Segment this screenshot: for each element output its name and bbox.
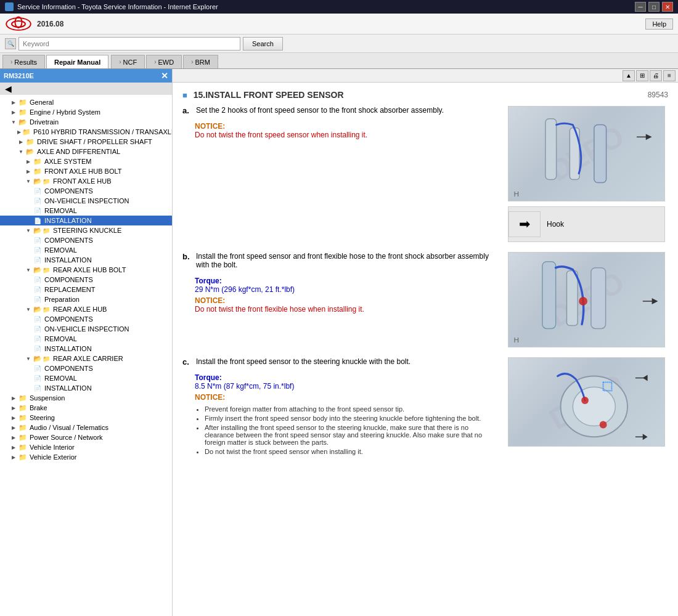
panel-btn-option[interactable]: ≡: [663, 70, 676, 81]
bullet-item: After installing the front speed sensor …: [205, 424, 498, 446]
left-panel-close-button[interactable]: ✕: [161, 71, 168, 81]
tree-toggle-p610[interactable]: ▶: [17, 128, 21, 136]
tree-toggle-axle-system[interactable]: ▶: [25, 158, 32, 165]
tree-toggle-axle-diff[interactable]: ▼: [17, 148, 25, 155]
tree-toggle-brake[interactable]: ▶: [10, 404, 17, 411]
doc-icon: 📄: [33, 236, 42, 245]
tree-toggle-rear-axle-hub-bolt[interactable]: ▼: [25, 266, 32, 274]
tree-item-suspension[interactable]: ▶📁Suspension: [0, 393, 172, 403]
tree-item-rah-components[interactable]: 📄COMPONENTS: [0, 314, 172, 324]
tree-item-general[interactable]: ▶📁General: [0, 97, 172, 107]
tree-item-fah-removal[interactable]: 📄REMOVAL: [0, 206, 172, 216]
tree-item-fah-components[interactable]: 📄COMPONENTS: [0, 186, 172, 196]
tree-item-rahb-components[interactable]: 📄COMPONENTS: [0, 275, 172, 285]
tree-item-power-source[interactable]: ▶📁Power Source / Network: [0, 432, 172, 442]
step-c-images: DEPO: [508, 357, 668, 458]
tree-item-front-axle-hub-bolt[interactable]: ▶📁FRONT AXLE HUB BOLT: [0, 166, 172, 176]
doc-icon: 📄: [33, 374, 42, 383]
step-b-content: b. Install the front speed sensor and fr…: [182, 252, 498, 347]
step-a-notice: NOTICE: Do not twist the front speed sen…: [182, 122, 498, 139]
tree-item-axle-diff[interactable]: ▼📂AXLE AND DIFFERENTIAL: [0, 147, 172, 156]
tree-toggle-vehicle-exterior[interactable]: ▶: [10, 453, 17, 461]
tree-item-axle-system[interactable]: ▶📁AXLE SYSTEM: [0, 156, 172, 166]
tab-brm[interactable]: › BRM: [183, 55, 218, 68]
tree-toggle-engine[interactable]: ▶: [10, 108, 17, 116]
tree-item-audio-visual[interactable]: ▶📁Audio / Visual / Telematics: [0, 423, 172, 432]
tree-item-driveshaft[interactable]: ▶📁DRIVE SHAFT / PROPELLER SHAFT: [0, 137, 172, 147]
tree-item-engine[interactable]: ▶📁Engine / Hybrid System: [0, 107, 172, 117]
tree-toggle-audio-visual[interactable]: ▶: [10, 424, 17, 431]
folder-inner-icon-rear-axle-hub: 📁: [42, 305, 51, 314]
tree-item-front-axle-hub[interactable]: ▼📂📁FRONT AXLE HUB: [0, 176, 172, 186]
tree-item-vehicle-exterior[interactable]: ▶📁Vehicle Exterior: [0, 452, 172, 462]
tree-item-rah-inspection[interactable]: 📄ON-VEHICLE INSPECTION: [0, 324, 172, 334]
tree-item-rear-axle-hub[interactable]: ▼📂📁REAR AXLE HUB: [0, 304, 172, 314]
tree-item-sk-components[interactable]: 📄COMPONENTS: [0, 235, 172, 245]
bullet-item: Firmly insert the front speed sensor bod…: [205, 415, 498, 422]
brm-arrow: ›: [191, 59, 193, 65]
tree-toggle-drivetrain[interactable]: ▼: [10, 118, 17, 126]
nav-back-arrow[interactable]: ◀: [2, 84, 14, 94]
restore-button[interactable]: □: [648, 2, 660, 12]
tree-item-sk-installation[interactable]: 📄INSTALLATION: [0, 255, 172, 265]
left-panel-nav: ◀: [0, 83, 172, 95]
tree-item-rah-removal[interactable]: 📄REMOVAL: [0, 334, 172, 344]
step-c-torque: Torque: 8.5 N*m (87 kgf*cm, 75 in.*lbf): [182, 373, 498, 391]
tree-item-fah-inspection[interactable]: 📄ON-VEHICLE INSPECTION: [0, 196, 172, 206]
search-bar: 🔍 Search: [0, 34, 678, 53]
tree-item-brake[interactable]: ▶📁Brake: [0, 403, 172, 413]
window-title: Service Information - Toyota Service Inf…: [17, 3, 218, 10]
tab-results[interactable]: › Results: [2, 55, 45, 68]
tree-toggle-rear-axle-carrier[interactable]: ▼: [25, 355, 32, 362]
tree-item-rac-removal[interactable]: 📄REMOVAL: [0, 373, 172, 383]
svg-point-19: [581, 397, 589, 404]
search-input[interactable]: [18, 37, 240, 51]
tree-item-rear-axle-carrier[interactable]: ▼📂📁REAR AXLE CARRIER: [0, 354, 172, 363]
tree-toggle-driveshaft[interactable]: ▶: [17, 138, 25, 145]
step-c-notice-title: NOTICE:: [195, 393, 498, 402]
tree-toggle-suspension[interactable]: ▶: [10, 394, 17, 402]
tree-toggle-power-source[interactable]: ▶: [10, 434, 17, 441]
tree-toggle-general[interactable]: ▶: [10, 99, 17, 106]
tree-label-general: General: [28, 99, 54, 106]
tab-ewd[interactable]: › EWD: [146, 55, 182, 68]
tree-item-vehicle-interior[interactable]: ▶📁Vehicle Interior: [0, 442, 172, 452]
tree-toggle-front-axle-hub[interactable]: ▼: [25, 177, 32, 185]
panel-btn-scroll-up[interactable]: ▲: [623, 70, 635, 81]
tree-item-rahb-replacement[interactable]: 📄REPLACEMENT: [0, 285, 172, 294]
content-area[interactable]: ■ 15.INSTALL FRONT SPEED SENSOR 89543 a.…: [173, 83, 678, 616]
tree-toggle-steering-knuckle[interactable]: ▼: [25, 227, 32, 234]
tree-item-drivetrain[interactable]: ▼📂Drivetrain: [0, 117, 172, 127]
tab-repair-manual[interactable]: Repair Manual: [46, 55, 108, 68]
tab-ncf[interactable]: › NCF: [111, 55, 145, 68]
step-b-block: b. Install the front speed sensor and fr…: [182, 252, 668, 347]
panel-btn-print[interactable]: 🖨: [650, 70, 662, 81]
folder-inner-icon-front-axle-hub: 📁: [42, 177, 51, 185]
close-button[interactable]: ✕: [662, 2, 673, 12]
search-button[interactable]: Search: [243, 37, 283, 51]
tree-item-rac-installation[interactable]: 📄INSTALLATION: [0, 383, 172, 393]
tree-toggle-vehicle-interior[interactable]: ▶: [10, 444, 17, 451]
folder-icon-audio-visual: 📁: [18, 423, 27, 432]
tree-item-fah-installation[interactable]: 📄INSTALLATION: [0, 216, 172, 225]
tree-item-rear-axle-hub-bolt[interactable]: ▼📂📁REAR AXLE HUB BOLT: [0, 265, 172, 275]
svg-rect-12: [591, 268, 606, 329]
panel-btn-fit[interactable]: ⊞: [636, 70, 648, 81]
tree-item-steering[interactable]: ▶📁Steering: [0, 413, 172, 423]
tree-toggle-rear-axle-hub[interactable]: ▼: [25, 306, 32, 313]
tree-item-p610[interactable]: ▶📁P610 HYBRID TRANSMISSION / TRANSAXLE: [0, 127, 172, 137]
help-button[interactable]: Help: [645, 18, 673, 30]
tree-toggle-front-axle-hub-bolt[interactable]: ▶: [25, 168, 32, 175]
results-label: Results: [14, 59, 37, 66]
version-label: 2016.08: [37, 20, 63, 28]
tree-item-sk-removal[interactable]: 📄REMOVAL: [0, 245, 172, 255]
tree-item-rahb-preparation[interactable]: 📄Preparation: [0, 294, 172, 304]
tree-label-rear-axle-hub: REAR AXLE HUB: [52, 306, 107, 313]
tree-item-rah-installation[interactable]: 📄INSTALLATION: [0, 344, 172, 354]
tree-item-rac-components[interactable]: 📄COMPONENTS: [0, 363, 172, 373]
tree-item-steering-knuckle[interactable]: ▼📂📁STEERING KNUCKLE: [0, 225, 172, 235]
tree-toggle-steering[interactable]: ▶: [10, 414, 17, 421]
tree-label-driveshaft: DRIVE SHAFT / PROPELLER SHAFT: [36, 138, 152, 145]
tree-container[interactable]: ▶📁General▶📁Engine / Hybrid System▼📂Drive…: [0, 95, 172, 616]
minimize-button[interactable]: ─: [635, 2, 646, 12]
